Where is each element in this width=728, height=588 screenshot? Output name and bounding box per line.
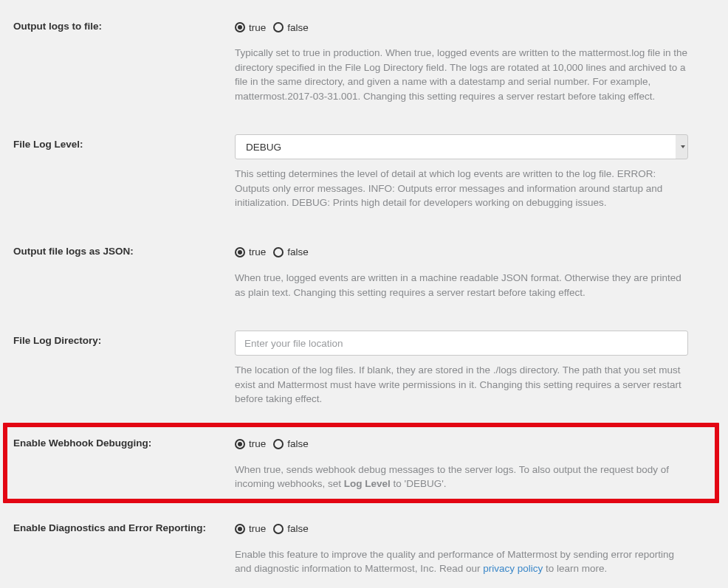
radio-icon bbox=[235, 22, 245, 32]
file-log-dir-help: The location of the log files. If blank,… bbox=[235, 356, 688, 407]
setting-file-log-level: File Log Level: DEBUG This setting deter… bbox=[0, 128, 728, 215]
output-json-label: Output file logs as JSON: bbox=[13, 241, 235, 300]
file-log-level-help: This setting determines the level of det… bbox=[235, 159, 688, 210]
webhook-debug-false[interactable]: false bbox=[273, 438, 309, 449]
option-true-label: true bbox=[249, 438, 266, 449]
diagnostics-help-post: to learn more. bbox=[543, 563, 607, 574]
output-logs-to-file-label: Output logs to file: bbox=[13, 16, 235, 103]
option-false-label: false bbox=[287, 22, 309, 33]
webhook-debugging-highlight: Enable Webhook Debugging: true false Whe… bbox=[3, 423, 719, 503]
setting-webhook-debug: Enable Webhook Debugging: true false Whe… bbox=[7, 427, 715, 499]
radio-icon bbox=[235, 439, 245, 449]
output-json-help: When true, logged events are written in … bbox=[235, 263, 688, 300]
setting-diagnostics: Enable Diagnostics and Error Reporting: … bbox=[0, 512, 728, 581]
file-log-dir-label: File Log Directory: bbox=[13, 331, 235, 407]
diagnostics-control: true false Enable this feature to improv… bbox=[235, 518, 715, 576]
output-logs-to-file-false[interactable]: false bbox=[273, 22, 309, 33]
radio-icon bbox=[273, 22, 284, 32]
diagnostics-help: Enable this feature to improve the quali… bbox=[235, 540, 688, 576]
file-log-level-control: DEBUG This setting determines the level … bbox=[235, 134, 715, 210]
webhook-debug-true[interactable]: true bbox=[235, 438, 266, 449]
output-json-false[interactable]: false bbox=[273, 246, 309, 257]
webhook-debug-label: Enable Webhook Debugging: bbox=[13, 433, 235, 491]
diagnostics-radio-group: true false bbox=[235, 518, 688, 540]
setting-output-logs-to-file: Output logs to file: true false Typicall… bbox=[0, 10, 728, 108]
file-log-level-select-wrap: DEBUG bbox=[235, 134, 688, 159]
diagnostics-label: Enable Diagnostics and Error Reporting: bbox=[13, 518, 235, 576]
file-log-level-select[interactable]: DEBUG bbox=[235, 134, 688, 159]
output-logs-to-file-help: Typically set to true in production. Whe… bbox=[235, 38, 688, 103]
diagnostics-false[interactable]: false bbox=[273, 523, 309, 534]
radio-icon bbox=[235, 524, 245, 534]
option-false-label: false bbox=[287, 246, 309, 257]
output-logs-to-file-radio-group: true false bbox=[235, 16, 688, 38]
output-json-true[interactable]: true bbox=[235, 246, 266, 257]
output-logs-to-file-control: true false Typically set to true in prod… bbox=[235, 16, 715, 103]
webhook-debug-control: true false When true, sends webhook debu… bbox=[235, 433, 709, 491]
webhook-debug-help-post: to 'DEBUG'. bbox=[391, 478, 447, 489]
radio-icon bbox=[235, 247, 245, 257]
file-log-dir-control: The location of the log files. If blank,… bbox=[235, 331, 715, 407]
webhook-debug-help-bold: Log Level bbox=[344, 478, 391, 489]
privacy-policy-link[interactable]: privacy policy bbox=[483, 563, 543, 574]
option-false-label: false bbox=[287, 523, 309, 534]
output-json-control: true false When true, logged events are … bbox=[235, 241, 715, 300]
radio-icon bbox=[273, 247, 284, 257]
output-json-radio-group: true false bbox=[235, 241, 688, 263]
option-true-label: true bbox=[249, 523, 266, 534]
output-logs-to-file-true[interactable]: true bbox=[235, 22, 266, 33]
webhook-debug-help-pre: When true, sends webhook debug messages … bbox=[235, 464, 669, 490]
setting-output-json: Output file logs as JSON: true false Whe… bbox=[0, 235, 728, 304]
radio-icon bbox=[273, 439, 284, 449]
option-true-label: true bbox=[249, 246, 266, 257]
option-true-label: true bbox=[249, 22, 266, 33]
diagnostics-help-pre: Enable this feature to improve the quali… bbox=[235, 549, 674, 575]
file-log-dir-input[interactable] bbox=[235, 331, 688, 356]
diagnostics-true[interactable]: true bbox=[235, 523, 266, 534]
webhook-debug-radio-group: true false bbox=[235, 433, 700, 455]
option-false-label: false bbox=[287, 438, 309, 449]
setting-file-log-dir: File Log Directory: The location of the … bbox=[0, 325, 728, 411]
file-log-level-label: File Log Level: bbox=[13, 134, 235, 210]
webhook-debug-help: When true, sends webhook debug messages … bbox=[235, 455, 700, 491]
radio-icon bbox=[273, 524, 284, 534]
